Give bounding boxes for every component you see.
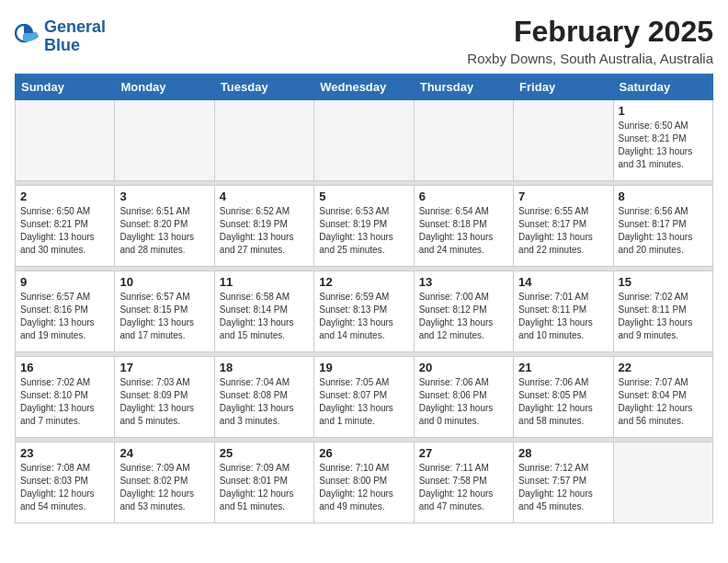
week-row-2: 2Sunrise: 6:50 AM Sunset: 8:21 PM Daylig… bbox=[16, 186, 713, 267]
day-info: Sunrise: 6:54 AM Sunset: 8:18 PM Dayligh… bbox=[419, 205, 508, 257]
calendar-cell: 22Sunrise: 7:07 AM Sunset: 8:04 PM Dayli… bbox=[613, 357, 712, 438]
day-info: Sunrise: 7:02 AM Sunset: 8:11 PM Dayligh… bbox=[619, 291, 708, 342]
day-number: 7 bbox=[518, 190, 608, 203]
calendar-table: SundayMondayTuesdayWednesdayThursdayFrid… bbox=[15, 74, 713, 523]
day-info: Sunrise: 6:55 AM Sunset: 8:17 PM Dayligh… bbox=[518, 205, 608, 257]
calendar-cell: 9Sunrise: 6:57 AM Sunset: 8:16 PM Daylig… bbox=[16, 271, 115, 352]
day-number: 24 bbox=[119, 446, 209, 460]
day-info: Sunrise: 7:10 AM Sunset: 8:00 PM Dayligh… bbox=[319, 462, 408, 513]
day-info: Sunrise: 6:59 AM Sunset: 8:13 PM Dayligh… bbox=[319, 291, 408, 342]
week-row-5: 23Sunrise: 7:08 AM Sunset: 8:03 PM Dayli… bbox=[16, 442, 713, 523]
calendar-cell: 25Sunrise: 7:09 AM Sunset: 8:01 PM Dayli… bbox=[214, 442, 313, 523]
day-number: 5 bbox=[319, 190, 408, 203]
calendar-cell bbox=[115, 100, 214, 181]
calendar-cell: 27Sunrise: 7:11 AM Sunset: 7:58 PM Dayli… bbox=[414, 442, 513, 523]
calendar-cell: 21Sunrise: 7:06 AM Sunset: 8:05 PM Dayli… bbox=[514, 357, 613, 438]
day-number: 17 bbox=[119, 361, 209, 374]
day-number: 6 bbox=[419, 190, 508, 203]
week-row-4: 16Sunrise: 7:02 AM Sunset: 8:10 PM Dayli… bbox=[16, 357, 713, 438]
calendar-cell: 11Sunrise: 6:58 AM Sunset: 8:14 PM Dayli… bbox=[214, 271, 313, 352]
day-number: 23 bbox=[20, 446, 109, 460]
calendar-cell: 2Sunrise: 6:50 AM Sunset: 8:21 PM Daylig… bbox=[16, 186, 115, 267]
week-row-1: 1Sunrise: 6:50 AM Sunset: 8:21 PM Daylig… bbox=[16, 100, 713, 181]
logo: General Blue bbox=[15, 18, 106, 55]
calendar-cell bbox=[16, 100, 115, 181]
calendar-cell: 13Sunrise: 7:00 AM Sunset: 8:12 PM Dayli… bbox=[414, 271, 513, 352]
title-area: February 2025 Roxby Downs, South Austral… bbox=[467, 15, 713, 66]
day-number: 28 bbox=[518, 446, 608, 460]
day-info: Sunrise: 6:50 AM Sunset: 8:21 PM Dayligh… bbox=[20, 205, 109, 257]
calendar-cell: 28Sunrise: 7:12 AM Sunset: 7:57 PM Dayli… bbox=[514, 442, 613, 523]
weekday-header-friday: Friday bbox=[514, 75, 613, 100]
day-info: Sunrise: 6:53 AM Sunset: 8:19 PM Dayligh… bbox=[319, 205, 408, 257]
day-number: 2 bbox=[20, 190, 109, 203]
calendar-cell bbox=[214, 100, 313, 181]
day-info: Sunrise: 7:09 AM Sunset: 8:02 PM Dayligh… bbox=[119, 462, 209, 513]
day-info: Sunrise: 6:57 AM Sunset: 8:15 PM Dayligh… bbox=[119, 291, 209, 342]
page-header: General Blue February 2025 Roxby Downs, … bbox=[15, 15, 713, 66]
day-number: 25 bbox=[220, 446, 309, 460]
day-info: Sunrise: 7:04 AM Sunset: 8:08 PM Dayligh… bbox=[220, 376, 309, 428]
calendar-cell: 19Sunrise: 7:05 AM Sunset: 8:07 PM Dayli… bbox=[314, 357, 414, 438]
calendar-cell: 1Sunrise: 6:50 AM Sunset: 8:21 PM Daylig… bbox=[613, 100, 712, 181]
day-number: 12 bbox=[319, 275, 408, 289]
day-number: 11 bbox=[220, 275, 309, 289]
day-number: 27 bbox=[419, 446, 508, 460]
day-info: Sunrise: 6:57 AM Sunset: 8:16 PM Dayligh… bbox=[20, 291, 109, 342]
day-info: Sunrise: 6:52 AM Sunset: 8:19 PM Dayligh… bbox=[220, 205, 309, 257]
day-number: 10 bbox=[119, 275, 209, 289]
day-info: Sunrise: 7:12 AM Sunset: 7:57 PM Dayligh… bbox=[518, 462, 608, 513]
day-info: Sunrise: 7:08 AM Sunset: 8:03 PM Dayligh… bbox=[20, 462, 109, 513]
weekday-header-saturday: Saturday bbox=[613, 75, 712, 100]
calendar-cell: 6Sunrise: 6:54 AM Sunset: 8:18 PM Daylig… bbox=[414, 186, 513, 267]
day-info: Sunrise: 7:05 AM Sunset: 8:07 PM Dayligh… bbox=[319, 376, 408, 428]
day-info: Sunrise: 7:06 AM Sunset: 8:06 PM Dayligh… bbox=[419, 376, 508, 428]
day-number: 22 bbox=[619, 361, 708, 374]
day-info: Sunrise: 7:07 AM Sunset: 8:04 PM Dayligh… bbox=[619, 376, 708, 428]
weekday-header-row: SundayMondayTuesdayWednesdayThursdayFrid… bbox=[16, 75, 713, 100]
calendar-cell: 12Sunrise: 6:59 AM Sunset: 8:13 PM Dayli… bbox=[314, 271, 414, 352]
calendar-cell: 15Sunrise: 7:02 AM Sunset: 8:11 PM Dayli… bbox=[613, 271, 712, 352]
day-info: Sunrise: 7:00 AM Sunset: 8:12 PM Dayligh… bbox=[419, 291, 508, 342]
week-row-3: 9Sunrise: 6:57 AM Sunset: 8:16 PM Daylig… bbox=[16, 271, 713, 352]
calendar-cell: 17Sunrise: 7:03 AM Sunset: 8:09 PM Dayli… bbox=[115, 357, 214, 438]
calendar-cell: 20Sunrise: 7:06 AM Sunset: 8:06 PM Dayli… bbox=[414, 357, 513, 438]
calendar-cell: 7Sunrise: 6:55 AM Sunset: 8:17 PM Daylig… bbox=[514, 186, 613, 267]
day-number: 26 bbox=[319, 446, 408, 460]
day-number: 14 bbox=[518, 275, 608, 289]
day-number: 16 bbox=[20, 361, 109, 374]
day-info: Sunrise: 7:09 AM Sunset: 8:01 PM Dayligh… bbox=[220, 462, 309, 513]
calendar-cell: 4Sunrise: 6:52 AM Sunset: 8:19 PM Daylig… bbox=[214, 186, 313, 267]
calendar-cell: 18Sunrise: 7:04 AM Sunset: 8:08 PM Dayli… bbox=[214, 357, 313, 438]
day-info: Sunrise: 7:01 AM Sunset: 8:11 PM Dayligh… bbox=[518, 291, 608, 342]
weekday-header-wednesday: Wednesday bbox=[314, 75, 414, 100]
weekday-header-monday: Monday bbox=[115, 75, 214, 100]
day-info: Sunrise: 6:51 AM Sunset: 8:20 PM Dayligh… bbox=[119, 205, 209, 257]
calendar-cell: 5Sunrise: 6:53 AM Sunset: 8:19 PM Daylig… bbox=[314, 186, 414, 267]
calendar-cell: 14Sunrise: 7:01 AM Sunset: 8:11 PM Dayli… bbox=[514, 271, 613, 352]
day-number: 20 bbox=[419, 361, 508, 374]
calendar-cell: 16Sunrise: 7:02 AM Sunset: 8:10 PM Dayli… bbox=[16, 357, 115, 438]
logo-text: General Blue bbox=[44, 18, 106, 55]
location-title: Roxby Downs, South Australia, Australia bbox=[467, 51, 713, 66]
day-number: 3 bbox=[119, 190, 209, 203]
day-number: 15 bbox=[619, 275, 708, 289]
day-info: Sunrise: 7:06 AM Sunset: 8:05 PM Dayligh… bbox=[518, 376, 608, 428]
day-number: 21 bbox=[518, 361, 608, 374]
day-info: Sunrise: 7:11 AM Sunset: 7:58 PM Dayligh… bbox=[419, 462, 508, 513]
day-info: Sunrise: 6:50 AM Sunset: 8:21 PM Dayligh… bbox=[619, 120, 708, 171]
day-number: 8 bbox=[619, 190, 708, 203]
calendar-cell bbox=[514, 100, 613, 181]
day-info: Sunrise: 7:03 AM Sunset: 8:09 PM Dayligh… bbox=[119, 376, 209, 428]
weekday-header-sunday: Sunday bbox=[16, 75, 115, 100]
calendar-cell bbox=[414, 100, 513, 181]
month-title: February 2025 bbox=[467, 15, 713, 49]
calendar-cell: 10Sunrise: 6:57 AM Sunset: 8:15 PM Dayli… bbox=[115, 271, 214, 352]
day-number: 18 bbox=[220, 361, 309, 374]
day-number: 9 bbox=[20, 275, 109, 289]
calendar-cell: 23Sunrise: 7:08 AM Sunset: 8:03 PM Dayli… bbox=[16, 442, 115, 523]
calendar-cell bbox=[314, 100, 414, 181]
calendar-cell: 8Sunrise: 6:56 AM Sunset: 8:17 PM Daylig… bbox=[613, 186, 712, 267]
day-number: 1 bbox=[619, 104, 708, 118]
day-number: 4 bbox=[220, 190, 309, 203]
